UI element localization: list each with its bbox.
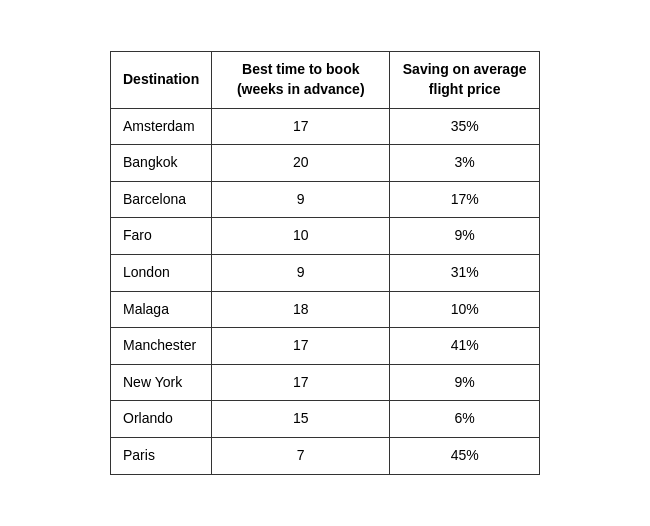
- header-saving: Saving on average flight price: [390, 52, 540, 108]
- cell-saving: 9%: [390, 218, 540, 255]
- cell-weeks: 17: [212, 364, 390, 401]
- cell-weeks: 15: [212, 401, 390, 438]
- cell-weeks: 9: [212, 255, 390, 292]
- table-row: New York179%: [111, 364, 540, 401]
- cell-weeks: 10: [212, 218, 390, 255]
- table-row: London931%: [111, 255, 540, 292]
- cell-saving: 17%: [390, 181, 540, 218]
- cell-weeks: 18: [212, 291, 390, 328]
- cell-destination: Malaga: [111, 291, 212, 328]
- cell-saving: 3%: [390, 145, 540, 182]
- cell-saving: 10%: [390, 291, 540, 328]
- table-row: Amsterdam1735%: [111, 108, 540, 145]
- cell-saving: 45%: [390, 437, 540, 474]
- table-container: Destination Best time to book (weeks in …: [90, 31, 560, 494]
- table-row: Barcelona917%: [111, 181, 540, 218]
- table-row: Paris745%: [111, 437, 540, 474]
- cell-destination: London: [111, 255, 212, 292]
- cell-weeks: 17: [212, 328, 390, 365]
- cell-destination: Faro: [111, 218, 212, 255]
- cell-destination: New York: [111, 364, 212, 401]
- cell-destination: Amsterdam: [111, 108, 212, 145]
- cell-saving: 9%: [390, 364, 540, 401]
- header-destination: Destination: [111, 52, 212, 108]
- flight-data-table: Destination Best time to book (weeks in …: [110, 51, 540, 474]
- table-header-row: Destination Best time to book (weeks in …: [111, 52, 540, 108]
- cell-weeks: 9: [212, 181, 390, 218]
- table-row: Orlando156%: [111, 401, 540, 438]
- cell-saving: 6%: [390, 401, 540, 438]
- cell-weeks: 17: [212, 108, 390, 145]
- table-row: Malaga1810%: [111, 291, 540, 328]
- cell-destination: Barcelona: [111, 181, 212, 218]
- cell-destination: Orlando: [111, 401, 212, 438]
- cell-destination: Paris: [111, 437, 212, 474]
- cell-destination: Manchester: [111, 328, 212, 365]
- cell-destination: Bangkok: [111, 145, 212, 182]
- table-row: Faro109%: [111, 218, 540, 255]
- header-weeks: Best time to book (weeks in advance): [212, 52, 390, 108]
- cell-weeks: 7: [212, 437, 390, 474]
- table-row: Bangkok203%: [111, 145, 540, 182]
- cell-saving: 35%: [390, 108, 540, 145]
- cell-weeks: 20: [212, 145, 390, 182]
- cell-saving: 41%: [390, 328, 540, 365]
- table-row: Manchester1741%: [111, 328, 540, 365]
- cell-saving: 31%: [390, 255, 540, 292]
